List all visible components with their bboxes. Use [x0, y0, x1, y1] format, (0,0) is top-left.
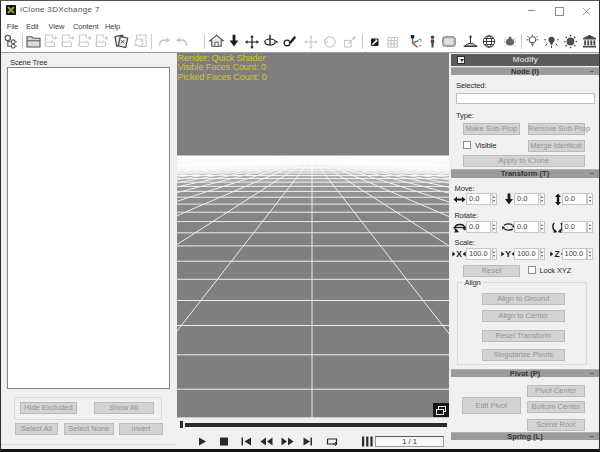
svg-text:Y: Y [505, 249, 511, 259]
svg-text:Z: Z [554, 249, 559, 259]
svg-text:X: X [456, 249, 462, 259]
